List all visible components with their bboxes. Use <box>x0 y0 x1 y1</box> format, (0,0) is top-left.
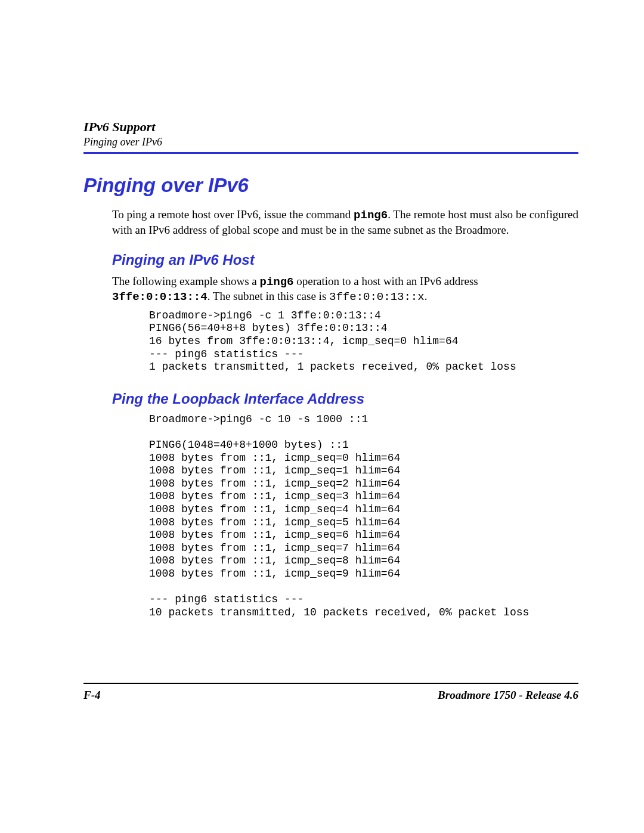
footer-rule <box>83 683 578 684</box>
section1-paragraph: The following example shows a ping6 oper… <box>112 274 578 305</box>
section-heading-ping-host: Pinging an IPv6 Host <box>112 252 578 268</box>
intro-paragraph: To ping a remote host over IPv6, issue t… <box>112 208 578 237</box>
running-title: IPv6 Support <box>83 119 578 135</box>
running-subtitle: Pinging over IPv6 <box>83 136 578 148</box>
page-footer: F-4 Broadmore 1750 - Release 4.6 <box>83 683 578 702</box>
running-head: IPv6 Support Pinging over IPv6 <box>83 119 578 148</box>
page-heading: Pinging over IPv6 <box>83 174 578 197</box>
intro-command: ping6 <box>354 209 388 222</box>
s1-text-d: . <box>425 290 428 302</box>
s1-text-c: . The subnet in this case is <box>208 290 329 302</box>
footer-row: F-4 Broadmore 1750 - Release 4.6 <box>83 689 578 702</box>
s1-text-b: operation to a host with an IPv6 address <box>294 275 478 287</box>
page-number: F-4 <box>83 689 101 702</box>
s1-subnet: 3ffe:0:0:13::x <box>329 290 425 304</box>
code-block-ping-host: Broadmore->ping6 -c 1 3ffe:0:0:13::4 PIN… <box>149 309 578 374</box>
product-release: Broadmore 1750 - Release 4.6 <box>438 689 578 702</box>
header-rule <box>83 152 578 154</box>
intro-text-pre: To ping a remote host over IPv6, issue t… <box>112 208 354 221</box>
page: IPv6 Support Pinging over IPv6 Pinging o… <box>0 0 644 833</box>
s1-text-a: The following example shows a <box>112 275 259 287</box>
s1-addr: 3ffe:0:0:13::4 <box>112 290 208 304</box>
code-block-loopback: Broadmore->ping6 -c 10 -s 1000 ::1 PING6… <box>149 413 578 620</box>
s1-cmd: ping6 <box>259 275 293 289</box>
section-heading-loopback: Ping the Loopback Interface Address <box>112 391 578 407</box>
